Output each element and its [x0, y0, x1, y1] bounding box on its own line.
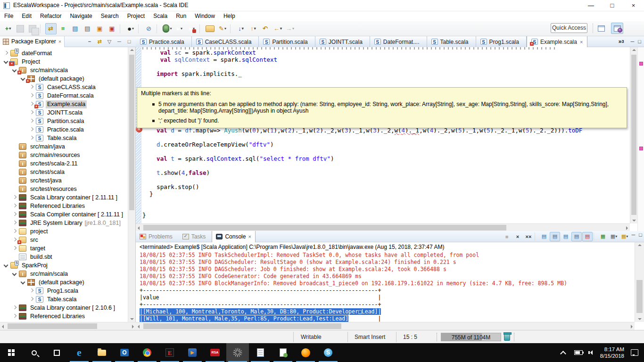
tree-expander-icon[interactable]: [11, 143, 18, 150]
editor-horizontal-scrollbar[interactable]: [136, 223, 630, 231]
menu-item[interactable]: Project: [123, 11, 149, 21]
skype-icon[interactable]: S: [317, 343, 339, 362]
menu-item[interactable]: Help: [219, 11, 239, 21]
collapse-all-button[interactable]: −: [85, 37, 94, 46]
editor-tab[interactable]: Partition.scala: [259, 36, 315, 47]
editor-tab[interactable]: Example.scala ×: [527, 36, 587, 47]
scroll-lock-toggle[interactable]: ▤: [550, 232, 560, 241]
code-text[interactable]: val sc = spark.sparkContext val sqlConte…: [142, 49, 628, 219]
run-garbage-collector-button[interactable]: [504, 333, 510, 341]
separator[interactable]: [138, 24, 141, 33]
maximize-view-button[interactable]: □: [124, 37, 134, 46]
tree-expander-icon[interactable]: [11, 152, 18, 158]
tree-expander-icon[interactable]: [28, 118, 35, 124]
task-view-button[interactable]: [45, 343, 68, 362]
tree-item[interactable]: JOINTT.scala: [0, 108, 128, 117]
menu-item[interactable]: Edit: [17, 11, 36, 21]
tree-item[interactable]: Table.scala: [0, 134, 128, 142]
editor-tab[interactable]: Prog1.scala: [476, 36, 527, 47]
editor-tab[interactable]: Practice.scala: [136, 36, 192, 47]
tree-expander-icon[interactable]: [28, 84, 35, 90]
tree-item[interactable]: Referenced Libraries: [0, 202, 128, 210]
tree-item[interactable]: dateFormat: [0, 49, 128, 58]
tree-item[interactable]: CaseCLASS.scala: [0, 83, 128, 91]
menu-item[interactable]: Window: [190, 11, 219, 21]
tree-expander-icon[interactable]: [28, 109, 35, 116]
tree-expander-icon[interactable]: [11, 203, 18, 209]
taskbar-clock[interactable]: 8:17 AM 8/15/2018: [600, 346, 624, 359]
minimize-view-button[interactable]: ─: [115, 37, 124, 46]
editor-tab[interactable]: DateFormat....: [370, 36, 427, 47]
show-info-button[interactable]: ▤: [70, 23, 81, 34]
action-center-icon[interactable]: [631, 349, 638, 356]
open-type-button[interactable]: ▣: [94, 23, 106, 34]
speaker-icon[interactable]: [590, 350, 593, 355]
separator[interactable]: [535, 232, 537, 241]
outline-button[interactable]: ▤: [82, 23, 93, 34]
tree-expander-icon[interactable]: [20, 75, 26, 82]
view-menu-button[interactable]: ▽: [105, 37, 114, 46]
pin-console-toggle[interactable]: ▤: [571, 232, 582, 241]
tree-item[interactable]: src/main/resources: [0, 151, 128, 159]
menu-item[interactable]: Run: [172, 11, 190, 21]
tree-item[interactable]: src: [0, 236, 128, 244]
chrome-icon[interactable]: [136, 343, 158, 362]
tree-item[interactable]: (default package): [0, 74, 128, 83]
tree-expander-icon[interactable]: [11, 304, 18, 311]
tree-expander-icon[interactable]: [11, 169, 18, 175]
console-horizontal-scrollbar[interactable]: [136, 322, 635, 330]
notepad-plus-icon[interactable]: [272, 343, 294, 362]
tree-item[interactable]: Prog1.scala: [0, 287, 128, 295]
separator[interactable]: [199, 24, 203, 33]
tree-item[interactable]: src/main/scala: [0, 270, 128, 278]
remove-all-launches-button[interactable]: ××: [523, 232, 534, 241]
display-console-button[interactable]: ▦▾: [609, 232, 619, 241]
open-perspective-button[interactable]: [595, 23, 607, 34]
tree-expander-icon[interactable]: [20, 279, 26, 286]
notepad-icon[interactable]: [249, 343, 272, 362]
maximize-window-button[interactable]: □: [602, 0, 623, 11]
menu-item[interactable]: Navigate: [66, 11, 96, 21]
tree-expander-icon[interactable]: [11, 211, 18, 218]
media-player-icon[interactable]: ▶: [181, 343, 204, 362]
close-tab-icon[interactable]: ×: [580, 39, 583, 45]
open-console-button[interactable]: ▦: [598, 232, 608, 241]
separator[interactable]: [157, 24, 160, 33]
tree-item[interactable]: (default package): [0, 278, 128, 287]
overview-error-marker[interactable]: [639, 147, 643, 150]
task-list-button[interactable]: ≡: [58, 23, 69, 34]
external-tools-button[interactable]: ▶▾: [186, 23, 198, 34]
rsa-token-icon[interactable]: RSA: [204, 343, 226, 362]
separator[interactable]: [594, 232, 596, 241]
tree-item[interactable]: Referenced Libraries: [0, 312, 128, 321]
import-button[interactable]: ↓▾: [235, 23, 247, 34]
tree-expander-icon[interactable]: [3, 262, 9, 269]
editor-tab[interactable]: JOINTT.scala: [315, 36, 370, 47]
open-type-hierarchy-button[interactable]: ▣: [107, 23, 118, 34]
tree-expander-icon[interactable]: [11, 271, 18, 277]
tree-item[interactable]: src/test/java: [0, 176, 128, 185]
word-wrap-toggle[interactable]: ▤: [561, 232, 571, 241]
editor-tab[interactable]: CaseCLASS.scala: [192, 36, 259, 47]
close-view-icon[interactable]: ×: [248, 234, 251, 239]
build-toggle-button[interactable]: ⇄: [45, 23, 57, 34]
tree-expander-icon[interactable]: [11, 67, 18, 74]
separator[interactable]: [40, 24, 43, 33]
tree-expander-icon[interactable]: [11, 194, 18, 201]
scala-perspective-button[interactable]: [611, 23, 623, 34]
maximize-view-button[interactable]: □: [639, 232, 642, 238]
tree-item[interactable]: Table.scala: [0, 295, 128, 304]
tree-expander-icon[interactable]: [11, 245, 18, 252]
tree-item[interactable]: Project: [0, 58, 128, 66]
view-tab[interactable]: Problems: [136, 231, 179, 242]
file-explorer-icon[interactable]: [91, 343, 113, 362]
tree-expander-icon[interactable]: [11, 177, 18, 184]
tree-expander-icon[interactable]: [11, 228, 18, 235]
tree-expander-icon[interactable]: [28, 288, 35, 294]
tree-item[interactable]: Scala Library container [ 2.10.6 ]: [0, 304, 128, 312]
run-button[interactable]: ▶▾: [174, 23, 185, 34]
tree-item[interactable]: src/test/scala: [0, 168, 128, 176]
tree-item[interactable]: Partition.scala: [0, 117, 128, 125]
tree-item[interactable]: src/test/resources: [0, 185, 128, 193]
terminate-button[interactable]: ■: [502, 232, 512, 241]
